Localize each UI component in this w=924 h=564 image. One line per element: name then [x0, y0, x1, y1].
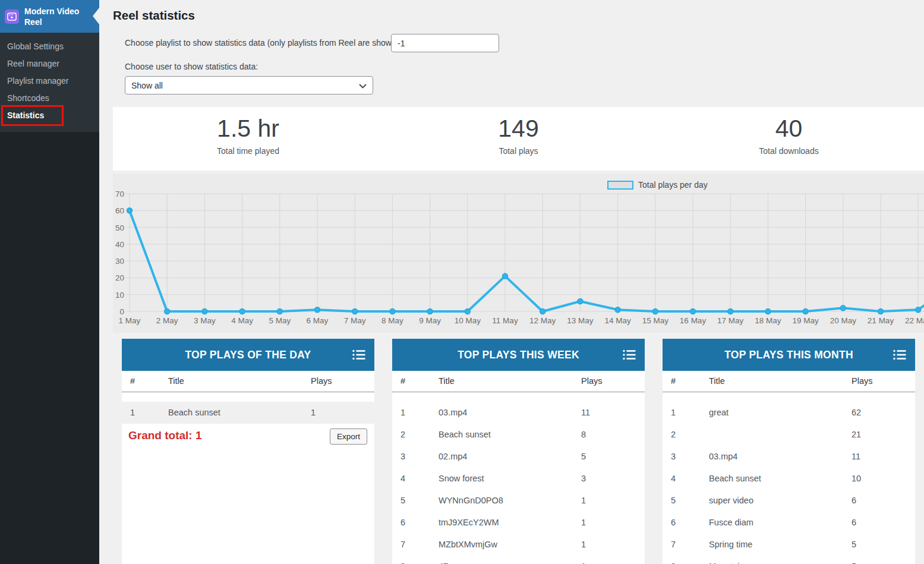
row-title: Spring time	[709, 540, 752, 549]
row-title: great	[709, 408, 729, 417]
row-plays: 6	[852, 496, 856, 505]
user-select[interactable]: Show all	[125, 76, 373, 94]
row-rank: 8	[400, 562, 405, 564]
sidebar-item-global-settings[interactable]: Global Settings	[0, 38, 99, 55]
column-header: Title	[709, 376, 725, 386]
table-title-bar: TOP PLAYS THIS WEEK	[392, 339, 645, 371]
table-row: 4Snow forest3	[392, 468, 645, 490]
table-title-bar: TOP PLAYS THIS MONTH	[663, 339, 915, 371]
row-rank: 3	[400, 452, 405, 461]
row-rank: 1	[130, 408, 135, 417]
playlist-input[interactable]	[391, 34, 499, 52]
svg-text:70: 70	[115, 190, 124, 198]
sidebar-item-label: Global Settings	[7, 42, 64, 51]
row-title: WYNnGnD0PO8	[439, 496, 503, 505]
table-row: 6tmJ9XEcY2WM1	[392, 512, 645, 534]
svg-text:4 May: 4 May	[231, 316, 253, 325]
page-title: Reel statistics	[113, 8, 195, 23]
svg-text:10 May: 10 May	[455, 316, 481, 325]
row-rank: 4	[400, 474, 405, 483]
sidebar-item-label: Playlist manager	[7, 76, 69, 86]
svg-text:7 May: 7 May	[344, 316, 366, 325]
table-title: TOP PLAYS THIS MONTH	[724, 349, 853, 361]
svg-text:13 May: 13 May	[567, 316, 594, 325]
top-plays-table: TOP PLAYS OF THE DAY#TitlePlays1Beach su…	[122, 339, 374, 564]
column-header: Plays	[852, 376, 872, 386]
svg-text:40: 40	[115, 240, 124, 249]
svg-text:17 May: 17 May	[717, 316, 744, 325]
sidebar-item-shortcodes[interactable]: Shortcodes	[0, 90, 99, 107]
row-rank: 6	[671, 518, 676, 527]
svg-text:18 May: 18 May	[755, 316, 781, 325]
row-rank: 2	[671, 430, 676, 439]
row-rank: 8	[671, 562, 676, 564]
sidebar-app-header[interactable]: Modern Video Reel	[0, 0, 99, 33]
summary-stat: 1.5 hrTotal time played	[113, 107, 383, 171]
row-title: Snow forest	[439, 474, 484, 483]
row-plays: 21	[852, 430, 861, 439]
export-button[interactable]: Export	[330, 428, 367, 445]
row-title: 03.mp4	[709, 452, 737, 461]
svg-text:8 May: 8 May	[381, 316, 403, 325]
table-row: 5super video6	[663, 490, 915, 512]
user-label: Choose user to show statistics data:	[125, 62, 258, 71]
sidebar-item-playlist-manager[interactable]: Playlist manager	[0, 73, 99, 90]
top-plays-table: TOP PLAYS THIS WEEK#TitlePlays103.mp4112…	[392, 339, 645, 564]
chevron-down-icon	[359, 81, 367, 90]
stat-value: 40	[654, 115, 924, 142]
sidebar-item-label: Shortcodes	[7, 93, 49, 103]
svg-text:12 May: 12 May	[529, 316, 556, 325]
table-column-headers: #TitlePlays	[392, 371, 645, 392]
column-header: Title	[168, 376, 184, 386]
row-rank: 4	[671, 474, 676, 483]
admin-sidebar: Modern Video Reel Global SettingsReel ma…	[0, 0, 99, 564]
svg-text:3 May: 3 May	[194, 316, 216, 325]
table-column-headers: #TitlePlays	[663, 371, 915, 392]
svg-text:21 May: 21 May	[868, 316, 894, 325]
main-content: Reel statistics Choose playlist to show …	[99, 0, 924, 564]
svg-text:20 May: 20 May	[830, 316, 857, 325]
svg-text:50: 50	[115, 223, 124, 232]
row-plays: 5	[581, 452, 586, 461]
stat-label: Total plays	[383, 146, 654, 156]
list-icon	[622, 349, 636, 364]
row-plays: 1	[311, 408, 316, 417]
column-header: #	[130, 376, 135, 386]
user-select-value: Show all	[131, 81, 163, 90]
video-reel-app-icon	[5, 10, 19, 24]
plays-chart-panel: 0102030405060701 May2 May3 May4 May5 May…	[113, 174, 924, 333]
row-title: 02.mp4	[439, 452, 467, 461]
row-plays: 11	[852, 452, 860, 461]
legend-swatch	[607, 181, 633, 190]
row-title: Mountain	[709, 562, 745, 564]
row-title: 47	[439, 562, 448, 564]
svg-text:0: 0	[119, 307, 124, 316]
column-header: #	[400, 376, 405, 386]
row-title: MZbtXMvmjGw	[439, 540, 497, 549]
legend-label: Total plays per day	[638, 180, 708, 190]
table-row: 8Mountain5	[663, 556, 915, 564]
row-plays: 1	[581, 518, 586, 527]
svg-text:22 May: 22 May	[905, 316, 924, 325]
app-title: Modern Video Reel	[24, 6, 93, 27]
svg-text:19 May: 19 May	[792, 316, 819, 325]
table-title-bar: TOP PLAYS OF THE DAY	[122, 339, 374, 371]
row-rank: 3	[671, 452, 676, 461]
row-rank: 1	[671, 408, 676, 417]
row-title: tmJ9XEcY2WM	[439, 518, 499, 527]
row-title: Beach sunset	[439, 430, 491, 439]
sidebar-item-reel-manager[interactable]: Reel manager	[0, 55, 99, 73]
svg-text:10: 10	[115, 291, 124, 300]
row-plays: 6	[852, 518, 856, 527]
svg-text:1 May: 1 May	[119, 316, 141, 325]
row-plays: 5	[852, 540, 856, 549]
row-rank: 1	[400, 408, 405, 417]
sidebar-item-label: Statistics	[7, 111, 44, 120]
svg-text:14 May: 14 May	[604, 316, 631, 325]
svg-text:11 May: 11 May	[492, 316, 518, 325]
table-row: 1great62	[663, 402, 915, 424]
sidebar-item-statistics[interactable]: Statistics	[0, 107, 99, 124]
svg-text:5 May: 5 May	[269, 316, 291, 325]
table-footer: Grand total: 1Export	[122, 427, 374, 448]
top-plays-table: TOP PLAYS THIS MONTH#TitlePlays1great622…	[663, 339, 915, 564]
